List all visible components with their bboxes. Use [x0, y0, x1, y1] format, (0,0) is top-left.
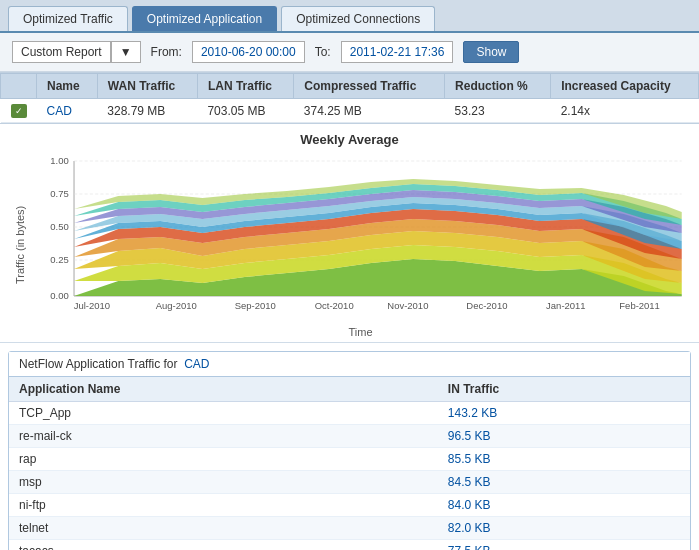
tab-optimized-traffic[interactable]: Optimized Traffic — [8, 6, 128, 31]
col-compressed: Compressed Traffic — [294, 74, 445, 99]
col-icon — [1, 74, 37, 99]
svg-text:Oct-2010: Oct-2010 — [315, 301, 354, 311]
y-axis-label: Traffic (in bytes) — [12, 151, 34, 338]
svg-text:Jan-2011: Jan-2011 — [546, 301, 586, 311]
netflow-cad-link[interactable]: CAD — [184, 357, 209, 371]
netflow-traffic-value: 85.5 KB — [438, 448, 690, 471]
svg-text:0.00: 0.00 — [50, 291, 68, 301]
netflow-table: Application Name IN Traffic TCP_App143.2… — [9, 377, 690, 550]
netflow-app-name: rap — [9, 448, 438, 471]
main-data-section: Name WAN Traffic LAN Traffic Compressed … — [0, 72, 699, 124]
from-label: From: — [151, 45, 182, 59]
netflow-traffic-value: 77.5 KB — [438, 540, 690, 551]
row-increased: 2.14x — [551, 99, 699, 123]
netflow-app-name: ni-ftp — [9, 494, 438, 517]
col-name: Name — [37, 74, 98, 99]
netflow-header-text: NetFlow Application Traffic for — [19, 357, 178, 371]
svg-text:0.25: 0.25 — [50, 255, 68, 265]
netflow-col-traffic: IN Traffic — [438, 377, 690, 402]
netflow-app-name: telnet — [9, 517, 438, 540]
netflow-row: TCP_App143.2 KB — [9, 402, 690, 425]
x-axis-label: Time — [34, 326, 687, 338]
to-value[interactable]: 2011-02-21 17:36 — [341, 41, 454, 63]
cad-link[interactable]: CAD — [47, 104, 72, 118]
netflow-traffic-value: 84.5 KB — [438, 471, 690, 494]
svg-text:Nov-2010: Nov-2010 — [387, 301, 428, 311]
chart-container: Traffic (in bytes) 1.00 0.75 0.50 0.25 0… — [12, 151, 687, 338]
custom-report-label: Custom Report — [12, 41, 111, 63]
netflow-app-name: msp — [9, 471, 438, 494]
netflow-col-app: Application Name — [9, 377, 438, 402]
svg-text:Aug-2010: Aug-2010 — [156, 301, 197, 311]
chart-inner: 1.00 0.75 0.50 0.25 0.00 — [34, 151, 687, 338]
show-button[interactable]: Show — [463, 41, 519, 63]
row-wan: 328.79 MB — [97, 99, 197, 123]
netflow-row: tacacs77.5 KB — [9, 540, 690, 551]
row-compressed: 374.25 MB — [294, 99, 445, 123]
chart-title: Weekly Average — [12, 132, 687, 147]
custom-report-dropdown[interactable]: Custom Report ▼ — [12, 41, 141, 63]
row-lan: 703.05 MB — [197, 99, 293, 123]
svg-text:Sep-2010: Sep-2010 — [235, 301, 276, 311]
col-wan: WAN Traffic — [97, 74, 197, 99]
netflow-traffic-value: 82.0 KB — [438, 517, 690, 540]
check-icon: ✓ — [11, 104, 27, 118]
netflow-traffic-value: 84.0 KB — [438, 494, 690, 517]
table-row: ✓ CAD 328.79 MB 703.05 MB 374.25 MB 53.2… — [1, 99, 699, 123]
from-value[interactable]: 2010-06-20 00:00 — [192, 41, 305, 63]
svg-text:0.75: 0.75 — [50, 189, 68, 199]
svg-text:Jul-2010: Jul-2010 — [74, 301, 110, 311]
row-icon: ✓ — [1, 99, 37, 123]
netflow-row: ni-ftp84.0 KB — [9, 494, 690, 517]
svg-text:1.00: 1.00 — [50, 156, 68, 166]
tabs-bar: Optimized Traffic Optimized Application … — [0, 0, 699, 33]
traffic-table: Name WAN Traffic LAN Traffic Compressed … — [0, 73, 699, 123]
to-label: To: — [315, 45, 331, 59]
svg-text:0.50: 0.50 — [50, 222, 68, 232]
netflow-app-name: tacacs — [9, 540, 438, 551]
row-name: CAD — [37, 99, 98, 123]
netflow-app-name: TCP_App — [9, 402, 438, 425]
tab-optimized-connections[interactable]: Optimized Connections — [281, 6, 435, 31]
netflow-row: msp84.5 KB — [9, 471, 690, 494]
svg-text:Feb-2011: Feb-2011 — [619, 301, 660, 311]
netflow-section: NetFlow Application Traffic for CAD Appl… — [8, 351, 691, 550]
row-reduction: 53.23 — [445, 99, 551, 123]
col-lan: LAN Traffic — [197, 74, 293, 99]
chart-svg: 1.00 0.75 0.50 0.25 0.00 — [34, 151, 687, 321]
netflow-app-name: re-mail-ck — [9, 425, 438, 448]
netflow-row: re-mail-ck96.5 KB — [9, 425, 690, 448]
col-reduction: Reduction % — [445, 74, 551, 99]
col-increased: Increased Capacity — [551, 74, 699, 99]
netflow-traffic-value: 143.2 KB — [438, 402, 690, 425]
tab-optimized-application[interactable]: Optimized Application — [132, 6, 277, 31]
chart-section: Weekly Average Traffic (in bytes) 1.00 0… — [0, 124, 699, 343]
toolbar: Custom Report ▼ From: 2010-06-20 00:00 T… — [0, 33, 699, 72]
netflow-traffic-value: 96.5 KB — [438, 425, 690, 448]
netflow-row: rap85.5 KB — [9, 448, 690, 471]
svg-text:Dec-2010: Dec-2010 — [466, 301, 507, 311]
netflow-row: telnet82.0 KB — [9, 517, 690, 540]
netflow-header: NetFlow Application Traffic for CAD — [9, 352, 690, 377]
custom-report-arrow[interactable]: ▼ — [111, 41, 141, 63]
